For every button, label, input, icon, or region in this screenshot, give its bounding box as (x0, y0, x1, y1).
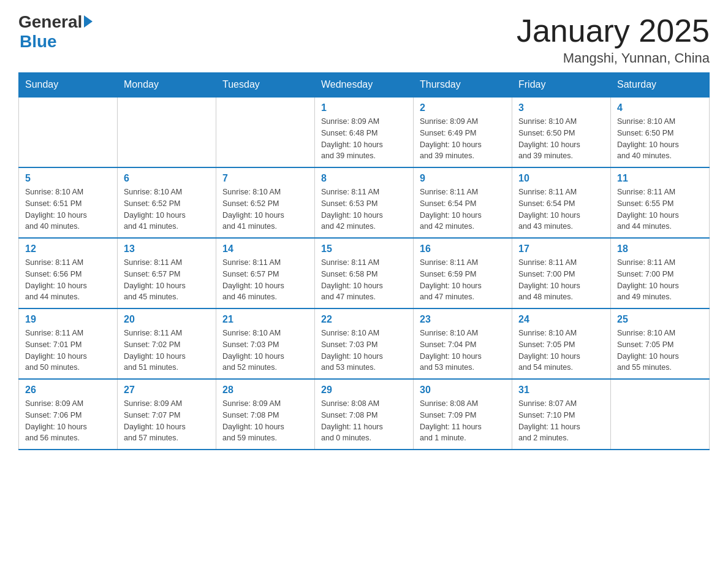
calendar-cell: 18Sunrise: 8:11 AM Sunset: 7:00 PM Dayli… (611, 238, 710, 308)
calendar-cell: 28Sunrise: 8:09 AM Sunset: 7:08 PM Dayli… (216, 379, 315, 450)
column-header-monday: Monday (118, 73, 216, 98)
day-number: 11 (617, 173, 703, 184)
calendar-cell: 4Sunrise: 8:10 AM Sunset: 6:50 PM Daylig… (611, 97, 710, 167)
column-header-friday: Friday (512, 73, 611, 98)
column-header-thursday: Thursday (414, 73, 512, 98)
calendar-cell: 23Sunrise: 8:10 AM Sunset: 7:04 PM Dayli… (414, 308, 512, 379)
logo-blue-text: Blue (20, 32, 57, 52)
day-info: Sunrise: 8:11 AM Sunset: 7:00 PM Dayligh… (617, 257, 703, 303)
day-info: Sunrise: 8:10 AM Sunset: 7:05 PM Dayligh… (518, 327, 604, 373)
column-header-wednesday: Wednesday (315, 73, 414, 98)
day-number: 2 (420, 102, 506, 113)
calendar-week-row: 26Sunrise: 8:09 AM Sunset: 7:06 PM Dayli… (19, 379, 710, 450)
day-info: Sunrise: 8:11 AM Sunset: 6:56 PM Dayligh… (25, 257, 111, 303)
day-number: 21 (222, 314, 308, 325)
calendar-week-row: 12Sunrise: 8:11 AM Sunset: 6:56 PM Dayli… (19, 238, 710, 308)
calendar-header-row: SundayMondayTuesdayWednesdayThursdayFrid… (19, 73, 710, 98)
day-number: 4 (617, 102, 703, 113)
day-info: Sunrise: 8:09 AM Sunset: 7:07 PM Dayligh… (124, 398, 210, 444)
calendar-week-row: 5Sunrise: 8:10 AM Sunset: 6:51 PM Daylig… (19, 167, 710, 238)
month-title: January 2025 (517, 12, 710, 49)
day-number: 3 (518, 102, 604, 113)
calendar-cell (216, 97, 315, 167)
day-number: 29 (321, 385, 407, 396)
day-info: Sunrise: 8:09 AM Sunset: 7:06 PM Dayligh… (25, 398, 111, 444)
day-info: Sunrise: 8:10 AM Sunset: 7:04 PM Dayligh… (420, 327, 506, 373)
day-info: Sunrise: 8:10 AM Sunset: 6:50 PM Dayligh… (518, 116, 604, 162)
calendar-cell: 15Sunrise: 8:11 AM Sunset: 6:58 PM Dayli… (315, 238, 414, 308)
day-number: 31 (518, 385, 604, 396)
calendar-cell: 1Sunrise: 8:09 AM Sunset: 6:48 PM Daylig… (315, 97, 414, 167)
day-number: 9 (420, 173, 506, 184)
day-info: Sunrise: 8:09 AM Sunset: 7:08 PM Dayligh… (222, 398, 308, 444)
day-number: 26 (25, 385, 111, 396)
calendar-cell: 11Sunrise: 8:11 AM Sunset: 6:55 PM Dayli… (611, 167, 710, 238)
day-info: Sunrise: 8:10 AM Sunset: 7:03 PM Dayligh… (321, 327, 407, 373)
day-number: 1 (321, 102, 407, 113)
calendar-cell: 3Sunrise: 8:10 AM Sunset: 6:50 PM Daylig… (512, 97, 611, 167)
day-info: Sunrise: 8:09 AM Sunset: 6:49 PM Dayligh… (420, 116, 506, 162)
calendar-cell: 24Sunrise: 8:10 AM Sunset: 7:05 PM Dayli… (512, 308, 611, 379)
column-header-tuesday: Tuesday (216, 73, 315, 98)
calendar-cell: 26Sunrise: 8:09 AM Sunset: 7:06 PM Dayli… (19, 379, 118, 450)
day-number: 16 (420, 243, 506, 255)
day-number: 12 (25, 243, 111, 255)
calendar-cell: 21Sunrise: 8:10 AM Sunset: 7:03 PM Dayli… (216, 308, 315, 379)
calendar-cell: 29Sunrise: 8:08 AM Sunset: 7:08 PM Dayli… (315, 379, 414, 450)
day-number: 23 (420, 314, 506, 325)
calendar-cell (19, 97, 118, 167)
calendar-cell: 5Sunrise: 8:10 AM Sunset: 6:51 PM Daylig… (19, 167, 118, 238)
calendar-cell: 19Sunrise: 8:11 AM Sunset: 7:01 PM Dayli… (19, 308, 118, 379)
logo-arrow-icon (84, 15, 93, 28)
calendar-cell: 14Sunrise: 8:11 AM Sunset: 6:57 PM Dayli… (216, 238, 315, 308)
day-info: Sunrise: 8:11 AM Sunset: 6:58 PM Dayligh… (321, 257, 407, 303)
day-info: Sunrise: 8:11 AM Sunset: 6:57 PM Dayligh… (222, 257, 308, 303)
day-info: Sunrise: 8:11 AM Sunset: 6:59 PM Dayligh… (420, 257, 506, 303)
day-number: 19 (25, 314, 111, 325)
day-info: Sunrise: 8:10 AM Sunset: 6:52 PM Dayligh… (222, 186, 308, 232)
calendar-cell: 27Sunrise: 8:09 AM Sunset: 7:07 PM Dayli… (118, 379, 216, 450)
calendar-cell: 17Sunrise: 8:11 AM Sunset: 7:00 PM Dayli… (512, 238, 611, 308)
location-title: Mangshi, Yunnan, China (517, 50, 710, 66)
day-number: 13 (124, 243, 210, 255)
column-header-saturday: Saturday (611, 73, 710, 98)
calendar-cell: 7Sunrise: 8:10 AM Sunset: 6:52 PM Daylig… (216, 167, 315, 238)
day-info: Sunrise: 8:11 AM Sunset: 6:54 PM Dayligh… (420, 186, 506, 232)
day-number: 22 (321, 314, 407, 325)
calendar-cell: 20Sunrise: 8:11 AM Sunset: 7:02 PM Dayli… (118, 308, 216, 379)
title-block: January 2025 Mangshi, Yunnan, China (517, 12, 710, 66)
day-number: 30 (420, 385, 506, 396)
day-info: Sunrise: 8:09 AM Sunset: 6:48 PM Dayligh… (321, 116, 407, 162)
logo: General Blue (18, 12, 93, 52)
calendar-cell: 6Sunrise: 8:10 AM Sunset: 6:52 PM Daylig… (118, 167, 216, 238)
calendar-cell (118, 97, 216, 167)
calendar-cell: 13Sunrise: 8:11 AM Sunset: 6:57 PM Dayli… (118, 238, 216, 308)
calendar-cell: 25Sunrise: 8:10 AM Sunset: 7:05 PM Dayli… (611, 308, 710, 379)
calendar-cell: 10Sunrise: 8:11 AM Sunset: 6:54 PM Dayli… (512, 167, 611, 238)
calendar-cell (611, 379, 710, 450)
day-number: 25 (617, 314, 703, 325)
day-number: 10 (518, 173, 604, 184)
day-number: 8 (321, 173, 407, 184)
calendar-cell: 9Sunrise: 8:11 AM Sunset: 6:54 PM Daylig… (414, 167, 512, 238)
day-number: 17 (518, 243, 604, 255)
day-number: 14 (222, 243, 308, 255)
calendar-week-row: 19Sunrise: 8:11 AM Sunset: 7:01 PM Dayli… (19, 308, 710, 379)
calendar-cell: 31Sunrise: 8:07 AM Sunset: 7:10 PM Dayli… (512, 379, 611, 450)
day-info: Sunrise: 8:10 AM Sunset: 6:52 PM Dayligh… (124, 186, 210, 232)
day-info: Sunrise: 8:11 AM Sunset: 6:54 PM Dayligh… (518, 186, 604, 232)
day-number: 27 (124, 385, 210, 396)
day-info: Sunrise: 8:11 AM Sunset: 7:02 PM Dayligh… (124, 327, 210, 373)
page-header: General Blue January 2025 Mangshi, Yunna… (18, 12, 710, 66)
day-number: 5 (25, 173, 111, 184)
day-info: Sunrise: 8:11 AM Sunset: 7:01 PM Dayligh… (25, 327, 111, 373)
calendar-week-row: 1Sunrise: 8:09 AM Sunset: 6:48 PM Daylig… (19, 97, 710, 167)
day-info: Sunrise: 8:11 AM Sunset: 6:57 PM Dayligh… (124, 257, 210, 303)
day-info: Sunrise: 8:08 AM Sunset: 7:09 PM Dayligh… (420, 398, 506, 444)
day-number: 20 (124, 314, 210, 325)
calendar-cell: 8Sunrise: 8:11 AM Sunset: 6:53 PM Daylig… (315, 167, 414, 238)
column-header-sunday: Sunday (19, 73, 118, 98)
logo-general-text: General (18, 12, 82, 32)
day-info: Sunrise: 8:11 AM Sunset: 6:53 PM Dayligh… (321, 186, 407, 232)
calendar-cell: 16Sunrise: 8:11 AM Sunset: 6:59 PM Dayli… (414, 238, 512, 308)
